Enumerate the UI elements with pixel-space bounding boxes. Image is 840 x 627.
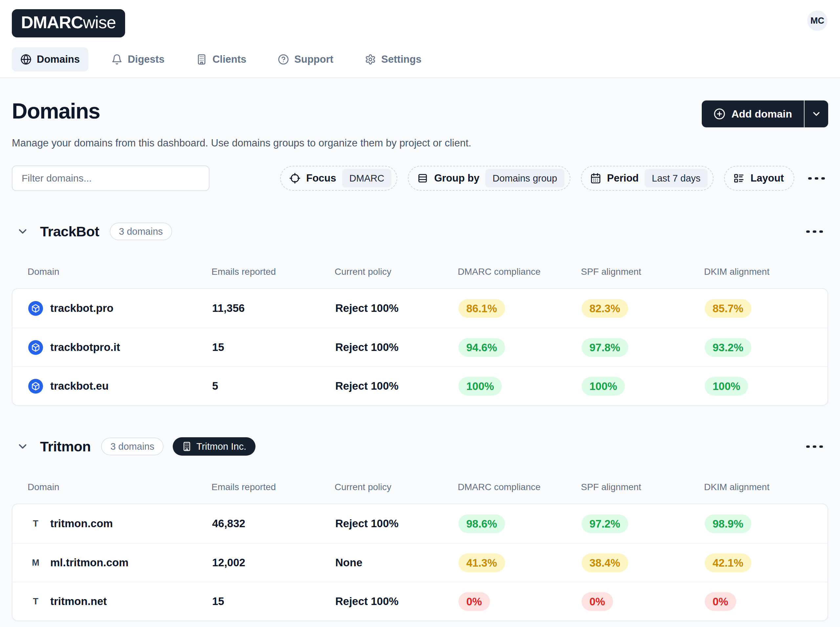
domain-name: ml.tritmon.com (50, 556, 128, 569)
dmarc-compliance-badge: 86.1% (459, 299, 505, 318)
spf-alignment-badge: 100% (582, 377, 625, 395)
page-title: Domains (12, 98, 100, 123)
column-header-dmarc: DMARC compliance (458, 266, 581, 277)
main-content: Domains Add domain Manage your domains f… (0, 98, 840, 621)
ellipsis-icon (819, 230, 823, 233)
cube-icon (28, 301, 43, 316)
focus-icon (289, 173, 301, 184)
tab-clients[interactable]: Clients (188, 47, 255, 72)
layout-button[interactable]: Layout (724, 166, 794, 191)
ellipsis-icon (819, 446, 823, 448)
org-badge-label: Tritmon Inc. (196, 441, 246, 452)
tab-label: Digests (128, 54, 164, 65)
column-header-emails: Emails reported (211, 266, 335, 277)
current-policy-value: Reject 100% (335, 341, 459, 354)
spf-alignment-badge: 97.2% (582, 514, 628, 533)
column-header-policy: Current policy (335, 482, 458, 492)
org-badge: Tritmon Inc. (173, 437, 255, 456)
column-header-spf: SPF alignment (581, 482, 704, 492)
table-row[interactable]: trackbot.pro 11,356 Reject 100% 86.1% 82… (13, 289, 827, 328)
page-subtitle: Manage your domains from this dashboard.… (12, 137, 828, 149)
more-options-button[interactable] (805, 173, 828, 184)
focus-filter-button[interactable]: Focus DMARC (280, 166, 398, 191)
domains-table-card: T tritmon.com 46,832 Reject 100% 98.6% 9… (12, 504, 828, 621)
table-row[interactable]: T tritmon.net 15 Reject 100% 0% 0% 0% (13, 582, 827, 621)
dmarc-compliance-badge: 100% (459, 377, 502, 395)
column-header-policy: Current policy (335, 266, 458, 277)
emails-reported-value: 12,002 (212, 556, 335, 569)
spf-alignment-badge: 0% (582, 592, 613, 611)
focus-label: Focus (306, 172, 336, 184)
dkim-alignment-badge: 0% (705, 592, 736, 611)
column-header-emails: Emails reported (211, 482, 335, 492)
calendar-icon (590, 173, 601, 184)
brand-logo: DMARCwise (12, 9, 125, 38)
spf-alignment-badge: 82.3% (582, 299, 628, 318)
dmarc-compliance-badge: 41.3% (459, 553, 505, 572)
group-count-badge: 3 domains (101, 438, 164, 455)
tab-label: Domains (37, 54, 80, 65)
brand-name-bold: DMARC (21, 13, 83, 32)
domains-group-trackbot: TrackBot 3 domains Domain Emails reporte… (12, 222, 828, 406)
current-policy-value: Reject 100% (335, 517, 459, 530)
ellipsis-icon (806, 446, 810, 448)
table-header-row: Domain Emails reported Current policy DM… (12, 266, 828, 277)
group-by-value: Domains group (485, 169, 564, 187)
tab-support[interactable]: Support (269, 47, 342, 72)
plus-circle-icon (714, 108, 725, 120)
ellipsis-icon (813, 446, 816, 448)
building-icon (196, 54, 207, 65)
domain-letter-icon: T (28, 519, 43, 529)
domains-table-card: trackbot.pro 11,356 Reject 100% 86.1% 82… (12, 288, 828, 406)
chevron-down-icon (16, 225, 29, 238)
table-row[interactable]: trackbotpro.it 15 Reject 100% 94.6% 97.8… (13, 328, 827, 366)
ellipsis-icon (808, 177, 812, 180)
domain-name: trackbot.pro (50, 302, 113, 315)
dmarc-compliance-badge: 98.6% (459, 514, 505, 533)
table-row[interactable]: T tritmon.com 46,832 Reject 100% 98.6% 9… (13, 504, 827, 543)
tab-digests[interactable]: Digests (103, 47, 173, 72)
ellipsis-icon (815, 177, 818, 180)
column-header-dmarc: DMARC compliance (458, 482, 581, 492)
rows-icon (417, 173, 428, 184)
brand-name-light: wise (83, 13, 116, 32)
collapse-group-button[interactable] (14, 438, 31, 455)
column-header-spf: SPF alignment (581, 266, 704, 277)
group-title: Tritmon (40, 439, 91, 455)
current-policy-value: Reject 100% (335, 302, 459, 315)
dkim-alignment-badge: 100% (705, 377, 748, 395)
help-circle-icon (278, 54, 289, 65)
add-domain-button[interactable]: Add domain (702, 101, 805, 128)
globe-icon (20, 54, 32, 65)
table-row[interactable]: M ml.tritmon.com 12,002 None 41.3% 38.4%… (13, 543, 827, 582)
table-row[interactable]: trackbot.eu 5 Reject 100% 100% 100% 100% (13, 366, 827, 405)
add-domain-menu-button[interactable] (805, 101, 828, 128)
dkim-alignment-badge: 85.7% (705, 299, 751, 318)
column-header-domain: Domain (28, 266, 211, 277)
filter-domains-input[interactable] (12, 165, 210, 191)
tab-label: Clients (213, 54, 246, 65)
domain-name: tritmon.com (50, 517, 113, 530)
add-domain-label: Add domain (731, 108, 792, 120)
tab-settings[interactable]: Settings (356, 47, 430, 72)
spf-alignment-badge: 38.4% (582, 553, 628, 572)
dkim-alignment-badge: 42.1% (705, 553, 751, 572)
domain-name: trackbot.eu (50, 380, 109, 392)
layout-label: Layout (750, 172, 784, 184)
tab-label: Support (294, 54, 333, 65)
group-by-filter-button[interactable]: Group by Domains group (408, 166, 570, 191)
column-header-dkim: DKIM alignment (704, 266, 812, 277)
group-menu-button[interactable] (803, 226, 826, 237)
group-menu-button[interactable] (803, 441, 826, 452)
domains-group-tritmon: Tritmon 3 domains Tritmon Inc. Domain Em… (12, 437, 828, 621)
ellipsis-icon (821, 177, 825, 180)
gear-icon (365, 54, 376, 65)
collapse-group-button[interactable] (14, 223, 31, 239)
chevron-down-icon (811, 109, 822, 119)
bell-icon (111, 54, 123, 65)
building-icon (182, 441, 192, 451)
tab-domains[interactable]: Domains (12, 47, 88, 72)
user-avatar[interactable]: MC (807, 11, 827, 31)
period-filter-button[interactable]: Period Last 7 days (581, 166, 714, 191)
column-header-dkim: DKIM alignment (704, 482, 812, 492)
